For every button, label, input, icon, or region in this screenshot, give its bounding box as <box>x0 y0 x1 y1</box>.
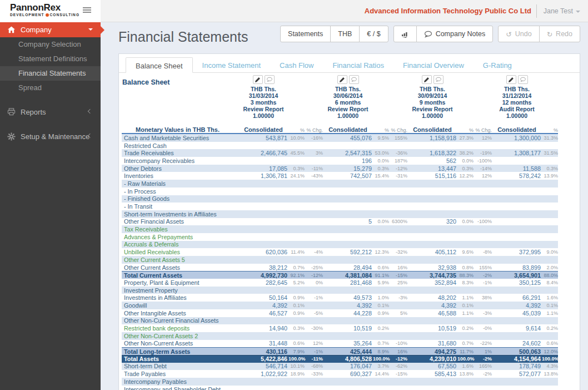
table-row: Trade Payables1,022,92218.9%-33%690,3271… <box>122 370 558 378</box>
redo-button[interactable]: ↻Redo <box>539 26 580 42</box>
cell-percent: 8.3% <box>457 280 474 285</box>
cell-percent-change: -12% <box>305 273 323 278</box>
table-row: Total Assets5,422,846100.0%-11%4,806,528… <box>122 355 558 363</box>
fx-euro-dollar-button[interactable]: € / $ <box>359 26 388 42</box>
row-label: Total Assets <box>122 356 238 362</box>
cell-value: 4,392 <box>407 302 457 309</box>
cell-percent: 0.6% <box>542 340 558 346</box>
cell-percent-change: 16% <box>389 349 407 354</box>
cell-percent: 1.0% <box>373 295 389 300</box>
edit-period-button[interactable] <box>253 75 263 84</box>
cell-percent: 53.0% <box>373 150 389 156</box>
edit-period-button[interactable] <box>422 75 432 84</box>
row-label: Total Long-term Assets <box>122 348 238 355</box>
undo-button[interactable]: ↺Undo <box>498 26 539 42</box>
sidebar-item-company[interactable]: Company <box>0 22 101 37</box>
table-row: Short-term Investments in Affiliates <box>122 210 558 218</box>
period-comment-button[interactable] <box>518 75 528 84</box>
cell-value: 196 <box>323 157 373 164</box>
cell-percent: 13.8% <box>457 371 474 377</box>
cell-value: 320 <box>407 218 457 225</box>
cell-value: 2,466,745 <box>238 150 288 156</box>
cell-percent: 100.0% <box>542 356 558 362</box>
cell-percent-change: -16% <box>305 135 323 141</box>
cell-value: 4,392 <box>238 302 288 309</box>
cell-percent-change: -2% <box>474 273 492 278</box>
bar-chart-icon <box>401 31 409 38</box>
cell-percent: 1.6% <box>457 363 474 369</box>
cell-value: 592,212 <box>323 249 373 255</box>
cell-percent: 12.2% <box>457 173 474 179</box>
cell-percent: 0.9% <box>288 295 305 300</box>
row-label: Other Non-Current Financial Assets <box>122 317 238 324</box>
cell-percent-change: -3% <box>474 310 492 316</box>
period-header-30/09/2014: THB Ths.30/09/20149 monthsReview Report1… <box>407 75 457 119</box>
table-row: Investment Property <box>122 287 558 294</box>
cell-percent-change: 155% <box>474 265 492 270</box>
cell-value: 176,047 <box>323 363 373 369</box>
user-menu[interactable]: Jane Test <box>544 0 580 22</box>
tab-financial-overview[interactable]: Financial Overview <box>393 57 474 72</box>
cell-percent: 9.6% <box>457 249 474 255</box>
statements-button[interactable]: Statements <box>280 26 331 42</box>
company-notes-button[interactable]: Company Notes <box>416 26 494 42</box>
cell-percent: 9.0% <box>542 249 558 255</box>
cell-percent-change: -25% <box>305 265 323 270</box>
cell-percent-change: -14% <box>474 166 492 171</box>
tab-g-rating[interactable]: G-Rating <box>474 57 521 72</box>
cell-percent: 13.8% <box>542 371 558 377</box>
cell-percent: 12.0% <box>542 349 558 354</box>
cell-value: 10,519 <box>407 325 457 332</box>
cell-value: 620,036 <box>238 249 288 255</box>
statement-tabs: Balance SheetIncome StatementCash FlowFi… <box>119 54 580 73</box>
cell-value: 742,507 <box>323 172 373 179</box>
sidebar-item-statement-definitions[interactable]: Statement Definitions <box>0 52 101 66</box>
sidebar-main-items: ReportsSetup & Maintenance <box>0 104 101 144</box>
period-comment-button[interactable] <box>433 75 444 84</box>
cell-percent-change: 5% <box>389 310 407 316</box>
currency-thb-button[interactable]: THB <box>330 26 360 42</box>
period-report: Review Report <box>407 106 457 112</box>
cell-percent: 18.9% <box>288 371 305 377</box>
cell-percent: 31.3% <box>542 135 558 141</box>
sidebar-item-spread[interactable]: Spread <box>0 81 101 95</box>
hamburger-menu-icon[interactable] <box>83 7 91 14</box>
cell-percent: 0.6% <box>288 340 305 346</box>
cell-value: 35,264 <box>323 340 373 347</box>
row-label: Cash and Marketable Securities <box>122 135 238 141</box>
cell-value: 31,448 <box>238 340 288 347</box>
cell-percent: 1.1% <box>457 310 474 316</box>
period-report: Review Report <box>323 106 373 112</box>
tab-income-statement[interactable]: Income Statement <box>193 57 271 72</box>
edit-period-button[interactable] <box>337 75 347 84</box>
table-row: Unbilled Receivables620,03611.4%-4%592,2… <box>122 248 558 256</box>
cell-percent-change: 155% <box>389 135 407 141</box>
table-row: - Finished Goods <box>122 195 558 203</box>
edit-period-button[interactable] <box>506 75 516 84</box>
cell-percent: 0.1% <box>373 303 389 308</box>
tab-financial-ratios[interactable]: Financial Ratios <box>323 57 394 72</box>
period-comment-button[interactable] <box>349 75 359 84</box>
table-row: Other Debtors17,0850.3%-11%15,2790.3%-12… <box>122 165 558 172</box>
cell-value: 1,022,922 <box>238 371 288 377</box>
cell-value: 352,894 <box>407 279 457 286</box>
row-label: Advances & Prepayments <box>122 234 238 240</box>
sidebar-item-reports[interactable]: Reports <box>0 104 101 120</box>
sidebar-item-financial-statements[interactable]: Financial Statements <box>0 66 101 81</box>
period-months: 6 months <box>323 99 373 106</box>
table-row: Other Financial Assets50.0%6300%3200.0%-… <box>122 218 558 226</box>
cell-percent-change: -11% <box>305 166 323 171</box>
tab-balance-sheet[interactable]: Balance Sheet <box>126 57 193 73</box>
cell-value: 5 <box>323 218 373 225</box>
sidebar-item-company-selection[interactable]: Company Selection <box>0 37 101 52</box>
chart-button[interactable] <box>393 26 417 42</box>
table-row: Intercompany Payables <box>122 378 558 386</box>
cell-percent-change: -31% <box>389 173 407 179</box>
tab-cash-flow[interactable]: Cash Flow <box>270 57 323 72</box>
period-comment-button[interactable] <box>265 75 275 84</box>
cell-percent-change: 38% <box>474 295 492 300</box>
sidebar-item-setup-maintenance[interactable]: Setup & Maintenance <box>0 129 101 144</box>
cell-percent: 0.1% <box>288 303 305 308</box>
cell-percent: 5.9% <box>373 280 389 285</box>
table-row: Advances & Prepayments <box>122 233 558 241</box>
